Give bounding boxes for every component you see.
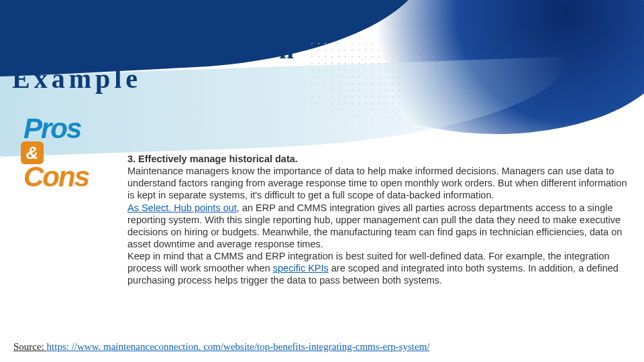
body-content: 3. Effectively manage historical data. M… bbox=[127, 153, 627, 286]
slide-title: CMMS Integration Example bbox=[12, 35, 298, 94]
pros-text: Pros bbox=[23, 117, 89, 140]
paragraph-1: Maintenance managers know the importance… bbox=[127, 165, 627, 201]
paragraph-3: Keep in mind that a CMMS and ERP integra… bbox=[127, 250, 627, 286]
source-line: Source: https: //www. maintenanceconnect… bbox=[13, 341, 430, 353]
kpis-link[interactable]: specific KPIs bbox=[273, 263, 329, 274]
dot-pattern bbox=[309, 40, 456, 134]
cons-text: Cons bbox=[23, 166, 89, 188]
source-url-link[interactable]: https: //www. maintenanceconnection. com… bbox=[47, 341, 430, 352]
source-label: Source: bbox=[13, 341, 47, 352]
item-heading: 3. Effectively manage historical data. bbox=[127, 153, 627, 165]
pros-and-cons-graphic: Pros & Cons bbox=[23, 117, 89, 188]
paragraph-2: As Select. Hub points out, an ERP and CM… bbox=[127, 202, 627, 251]
selecthub-link[interactable]: As Select. Hub points out bbox=[127, 202, 237, 213]
